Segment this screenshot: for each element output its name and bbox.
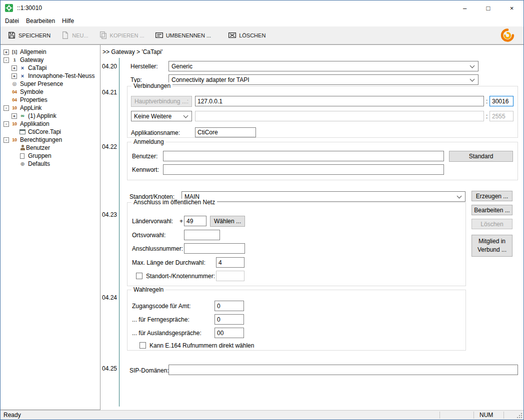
tree-item-applink[interactable]: - 10 AppLink <box>0 104 100 112</box>
expander-icon[interactable]: - <box>4 121 9 127</box>
sip-domaenen-input[interactable] <box>168 365 518 375</box>
delete-icon <box>228 31 236 39</box>
section-number: 04.25 <box>102 365 117 372</box>
auslandsgespraeche-label: ... für Auslandsgespräche: <box>132 330 202 337</box>
tree-item-label: Defaults <box>28 160 50 167</box>
secondary-host-input[interactable] <box>195 111 484 121</box>
defaults-icon: ⊕ <box>19 161 26 167</box>
bearbeiten-button[interactable]: Bearbeiten ... <box>472 205 512 215</box>
neu-button: NEU... <box>58 29 92 41</box>
window-title: ::1:30010 <box>17 4 42 11</box>
erzeugen-label: Erzeugen ... <box>476 193 508 200</box>
standard-button[interactable]: Standard <box>449 151 513 162</box>
kopieren-label: KOPIEREN ... <box>110 32 144 38</box>
secondary-port-input[interactable] <box>490 111 514 121</box>
kennwort-input[interactable] <box>163 164 444 175</box>
maximize-button[interactable]: □ <box>476 0 500 15</box>
port-input[interactable] <box>490 96 514 106</box>
verbindungen-title: Verbindungen <box>132 82 172 89</box>
applikationsname-input[interactable] <box>195 127 256 137</box>
close-button[interactable]: × <box>500 0 524 15</box>
waehlen-button[interactable]: Wählen ... <box>210 216 245 227</box>
tree-item-benutzer[interactable]: Benutzer <box>0 144 100 152</box>
ferngespraeche-input[interactable] <box>214 314 244 325</box>
chevron-down-icon <box>470 77 475 82</box>
anschlussnummer-input[interactable] <box>184 243 245 254</box>
selected-value: Connectivity adapter for TAPI <box>172 76 250 83</box>
host-input[interactable] <box>195 96 484 106</box>
tree-item-label: Allgemein <box>20 48 46 55</box>
tree-item-berechtigungen[interactable]: - 10 Berechtigungen <box>0 136 100 144</box>
toolbar: SPEICHERN NEU... KOPIEREN ... UMBENENNEN… <box>0 26 524 44</box>
expander-icon[interactable]: + <box>4 49 9 55</box>
loeschen-button[interactable]: LÖSCHEN <box>224 29 269 41</box>
loeschen-label: LÖSCHEN <box>239 32 266 38</box>
host-port-separator: : <box>486 113 488 120</box>
selected-value: Keine Weitere <box>134 113 172 120</box>
loeschen-standort-button: Löschen <box>472 219 512 229</box>
knotennummer-input[interactable] <box>216 271 244 281</box>
menu-datei[interactable]: Datei <box>2 16 22 26</box>
expander-icon[interactable]: - <box>4 105 9 111</box>
hersteller-select[interactable]: Generic <box>168 61 478 71</box>
selected-value: Generic <box>172 63 192 70</box>
auslandsgespraeche-input[interactable] <box>214 328 244 338</box>
knotennummer-label: Standort-/Knotennummer: <box>146 273 215 280</box>
kennwort-label: Kennwort: <box>132 166 159 173</box>
menu-bearbeiten[interactable]: Bearbeiten <box>22 16 58 26</box>
typ-select[interactable]: Connectivity adapter for TAPI <box>168 74 478 85</box>
expander-icon[interactable]: + <box>12 73 17 79</box>
tree-item-symbole[interactable]: 04 Symbole <box>0 88 100 96</box>
tree-item-applink-1[interactable]: + ∞ (1) Applink <box>0 112 100 120</box>
e164-checkbox[interactable] <box>140 342 146 349</box>
standort-knoten-select[interactable]: MAIN <box>182 191 466 202</box>
minimize-button[interactable]: – <box>453 0 476 15</box>
tree-item-label: Gateway <box>20 56 44 63</box>
resize-grip[interactable] <box>516 412 522 419</box>
num-lock-indicator: NUM <box>480 412 493 419</box>
tree-item-catapi[interactable]: + × CaTapi <box>0 64 100 72</box>
expander-icon[interactable]: + <box>12 113 17 119</box>
benutzer-input[interactable] <box>163 151 444 161</box>
tree-item-defaults[interactable]: ⊕ Defaults <box>0 160 100 168</box>
amt-input[interactable] <box>214 301 244 311</box>
tree-item-label: AppLink <box>20 104 42 111</box>
tree-item-label: Innovaphone-Test-Neuss <box>28 72 94 79</box>
tree-item-properties[interactable]: 04 Properties <box>0 96 100 104</box>
properties-icon: 04 <box>11 97 18 103</box>
tree-item-gateway[interactable]: - 1 Gateway <box>0 56 100 64</box>
tree-item-allgemein[interactable]: + [1] Allgemein <box>0 48 100 56</box>
user-icon <box>19 145 26 151</box>
menu-hilfe[interactable]: Hilfe <box>58 16 78 26</box>
speichern-button[interactable]: SPEICHERN <box>4 29 54 41</box>
expander-icon[interactable]: - <box>4 137 9 143</box>
umbenennen-button[interactable]: UMBENENNEN ... <box>152 29 214 41</box>
expander-icon[interactable]: - <box>4 57 9 63</box>
tree-item-cticore-tapi[interactable]: CtiCore.Tapi <box>0 128 100 136</box>
tree-item-super-presence[interactable]: ◎ Super Presence <box>0 80 100 88</box>
mitglied-in-verbund-button[interactable]: Mitglied in Verbund ... <box>472 235 512 257</box>
tree-item-label: Berechtigungen <box>20 136 62 143</box>
standort-knotennummer-checkbox[interactable] <box>136 273 142 279</box>
amt-label: Zugangscode für Amt: <box>132 303 190 310</box>
hauptverbindung-label: Hauptverbindung ...: <box>134 98 188 105</box>
durchwahl-input[interactable] <box>216 257 244 268</box>
ortsvorwahl-label: Ortsvorwahl: <box>132 232 166 239</box>
tree-item-innovaphone-test-neuss[interactable]: + × Innovaphone-Test-Neuss <box>0 72 100 80</box>
tree-item-gruppen[interactable]: Gruppen <box>0 152 100 160</box>
expander-icon[interactable]: + <box>12 65 17 71</box>
tree-item-label: Super Presence <box>20 80 63 87</box>
host-port-separator: : <box>486 98 488 105</box>
ortsvorwahl-input[interactable] <box>184 230 220 240</box>
laendervorwahl-input[interactable] <box>184 216 206 226</box>
tree-item-applikation[interactable]: - 10 Applikation <box>0 120 100 128</box>
app-icon <box>5 4 13 12</box>
section-number: 04.23 <box>102 211 117 218</box>
section-number: 04.22 <box>102 143 117 150</box>
copy-icon <box>99 31 108 39</box>
new-icon <box>61 31 70 39</box>
tree-item-label: Properties <box>20 96 48 103</box>
erzeugen-button[interactable]: Erzeugen ... <box>472 191 512 201</box>
navigation-tree: + [1] Allgemein - 1 Gateway + × CaTapi +… <box>0 44 100 410</box>
weitere-verbindung-select[interactable]: Keine Weitere <box>131 111 192 121</box>
